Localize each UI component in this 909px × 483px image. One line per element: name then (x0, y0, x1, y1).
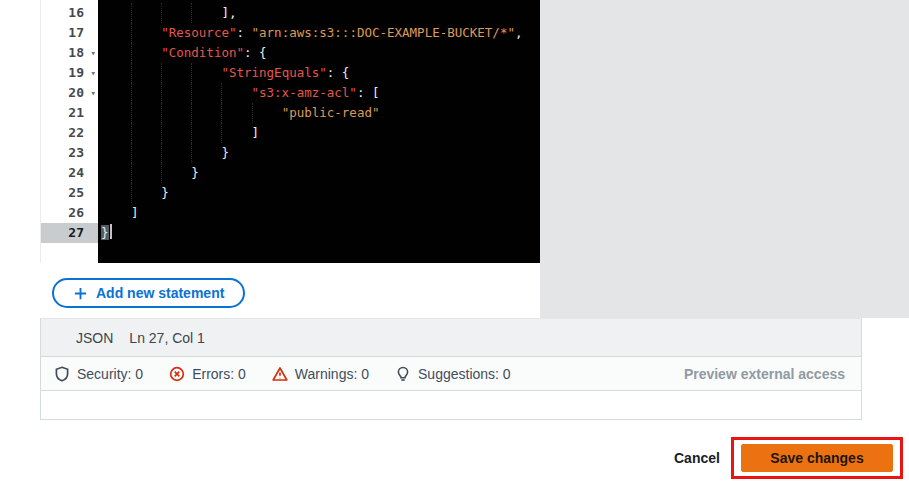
indent-guide (161, 123, 162, 143)
panel-bottom-strip (40, 391, 862, 420)
code-token: "Condition" (161, 45, 244, 60)
indent-guide (131, 103, 132, 123)
warnings-status: Warnings: 0 (272, 366, 369, 382)
editor-mode-label: JSON (76, 330, 113, 346)
gutter-line-number: 21 (41, 103, 98, 123)
right-gray-panel (540, 0, 909, 318)
code-token: : (236, 25, 251, 40)
lightbulb-icon (395, 366, 411, 382)
validation-bar: Security: 0 Errors: 0 Warnings: 0 Sugges… (40, 357, 862, 391)
gutter-line-number: 16 (41, 3, 98, 23)
policy-code-editor[interactable]: 161718▾19▾20▾21222324252627 ], "Resource… (40, 0, 540, 263)
indent-guide (161, 103, 162, 123)
editor-code[interactable]: ], "Resource": "arn:aws:s3:::DOC-EXAMPLE… (98, 0, 540, 263)
code-token: ] (101, 205, 139, 220)
code-line[interactable]: "public-read" (101, 103, 540, 123)
indent-guide (131, 23, 132, 43)
cancel-button[interactable]: Cancel (674, 450, 720, 466)
fold-arrow-icon[interactable]: ▾ (91, 63, 96, 83)
code-token: : { (244, 45, 267, 60)
gutter-line-number: 22 (41, 123, 98, 143)
fold-arrow-icon[interactable]: ▾ (91, 43, 96, 63)
code-line[interactable]: "s3:x-amz-acl": [ (101, 83, 540, 103)
code-token: : { (327, 65, 350, 80)
indent-guide (131, 83, 132, 103)
code-line[interactable]: ] (101, 123, 540, 143)
suggestions-status: Suggestions: 0 (395, 366, 511, 382)
shield-icon (54, 366, 70, 382)
code-token: } (101, 165, 199, 180)
code-token: } (101, 225, 109, 240)
indent-guide (161, 163, 162, 183)
code-token: } (101, 145, 229, 160)
indent-guide (161, 3, 162, 23)
code-line[interactable]: "Resource": "arn:aws:s3:::DOC-EXAMPLE-BU… (101, 23, 540, 43)
fold-arrow-icon[interactable]: ▾ (91, 83, 96, 103)
error-icon (169, 366, 185, 382)
warnings-count-label: Warnings: 0 (295, 366, 369, 382)
code-line[interactable]: ] (101, 203, 540, 223)
indent-guide (131, 3, 132, 23)
text-cursor (110, 224, 112, 239)
indent-guide (131, 143, 132, 163)
code-line[interactable]: } (101, 143, 540, 163)
code-token: "StringEquals" (221, 65, 326, 80)
gutter-line-number[interactable]: 19▾ (41, 63, 98, 83)
gutter-line-number: 23 (41, 143, 98, 163)
code-line[interactable]: } (101, 223, 540, 243)
code-token: ] (101, 125, 259, 140)
code-token: "arn:aws:s3:::DOC-EXAMPLE-BUCKET/*" (252, 25, 515, 40)
errors-status: Errors: 0 (169, 366, 246, 382)
indent-guide (131, 63, 132, 83)
editor-gutter: 161718▾19▾20▾21222324252627 (41, 0, 98, 263)
code-token: "Resource" (161, 25, 236, 40)
preview-external-access-button[interactable]: Preview external access (684, 366, 845, 382)
footer: Cancel Save changes (0, 437, 909, 483)
save-changes-button[interactable]: Save changes (741, 444, 893, 472)
code-token: , (515, 25, 523, 40)
add-new-statement-button[interactable]: Add new statement (52, 278, 245, 308)
code-line[interactable]: "Condition": { (101, 43, 540, 63)
code-line[interactable]: } (101, 183, 540, 203)
indent-guide (191, 3, 192, 23)
indent-guide (131, 163, 132, 183)
gutter-line-number: 26 (41, 203, 98, 223)
gutter-line-number: 25 (41, 183, 98, 203)
plus-icon (73, 286, 88, 301)
indent-guide (161, 63, 162, 83)
indent-guide (131, 183, 132, 203)
indent-guide (131, 123, 132, 143)
indent-guide (191, 143, 192, 163)
indent-guide (191, 83, 192, 103)
indent-guide (191, 63, 192, 83)
indent-guide (221, 123, 222, 143)
page: 161718▾19▾20▾21222324252627 ], "Resource… (0, 0, 909, 483)
code-line[interactable]: } (101, 163, 540, 183)
annotation-highlight-box: Save changes (731, 437, 903, 479)
code-token: } (101, 185, 169, 200)
indent-guide (131, 43, 132, 63)
indent-guide (252, 103, 253, 123)
gutter-line-number[interactable]: 18▾ (41, 43, 98, 63)
code-line[interactable]: "StringEquals": { (101, 63, 540, 83)
add-new-statement-label: Add new statement (96, 285, 224, 301)
gutter-line-number: 17 (41, 23, 98, 43)
gutter-line-number: 24 (41, 163, 98, 183)
code-token: : [ (357, 85, 380, 100)
indent-guide (191, 123, 192, 143)
gutter-line-number[interactable]: 20▾ (41, 83, 98, 103)
indent-guide (161, 143, 162, 163)
cursor-position-label: Ln 27, Col 1 (129, 330, 205, 346)
indent-guide (191, 103, 192, 123)
errors-count-label: Errors: 0 (192, 366, 246, 382)
code-line[interactable]: ], (101, 3, 540, 23)
code-token: "s3:x-amz-acl" (252, 85, 357, 100)
indent-guide (161, 83, 162, 103)
editor-status-bar: JSON Ln 27, Col 1 (40, 318, 862, 357)
warning-icon (272, 366, 288, 382)
code-token: "public-read" (282, 105, 380, 120)
security-status: Security: 0 (54, 366, 143, 382)
gutter-line-number: 27 (41, 223, 98, 243)
suggestions-count-label: Suggestions: 0 (418, 366, 511, 382)
security-count-label: Security: 0 (77, 366, 143, 382)
